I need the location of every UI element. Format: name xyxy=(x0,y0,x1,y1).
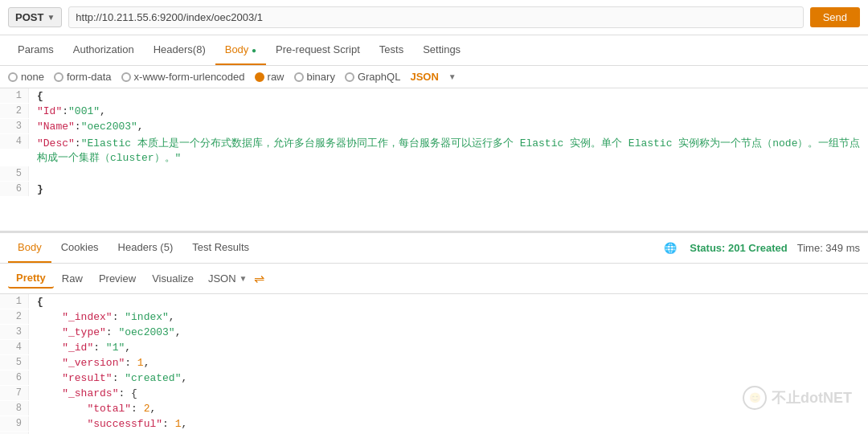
resp-linenum-2: 2 xyxy=(0,309,29,324)
resp-linecontent-2: "_index": "index", xyxy=(29,309,868,325)
resp-linecontent-7: "_shards": { xyxy=(29,386,868,401)
req-line-3: 3 "Name":"oec2003", xyxy=(0,119,868,134)
req-line-6: 6 } xyxy=(0,182,868,197)
method-select[interactable]: POST ▼ xyxy=(8,7,62,27)
tab-headers[interactable]: Headers(8) xyxy=(144,35,215,65)
tab-settings[interactable]: Settings xyxy=(413,35,470,65)
option-form-data[interactable]: form-data xyxy=(54,71,112,83)
radio-urlencoded-icon xyxy=(121,72,131,82)
time-text: Time: 349 ms xyxy=(797,242,860,254)
resp-linecontent-3: "_type": "oec2003", xyxy=(29,325,868,340)
radio-graphql-icon xyxy=(345,72,354,82)
req-line-5: 5 xyxy=(0,166,868,182)
req-linecontent-1: { xyxy=(29,88,868,104)
resp-linenum-5: 5 xyxy=(0,355,29,370)
resp-linecontent-5: "_version": 1, xyxy=(29,355,868,371)
option-graphql-label: GraphQL xyxy=(358,71,400,83)
req-linecontent-2: "Id":"001", xyxy=(29,104,868,119)
radio-form-data-icon xyxy=(54,72,63,82)
option-form-data-label: form-data xyxy=(67,71,112,83)
resp-headers-badge: (5) xyxy=(160,241,173,253)
option-graphql[interactable]: GraphQL xyxy=(345,71,400,83)
resp-line-9: 9 "successful": 1, xyxy=(0,416,868,432)
resp-linecontent-4: "_id": "1", xyxy=(29,340,868,355)
response-status-area: 🌐 Status: 201 Created Time: 349 ms xyxy=(664,242,860,254)
tab-authorization[interactable]: Authorization xyxy=(63,35,144,65)
req-linenum-2: 2 xyxy=(0,104,29,118)
resp-linenum-4: 4 xyxy=(0,340,29,354)
method-chevron-icon: ▼ xyxy=(47,13,55,22)
resp-tab-cookies[interactable]: Cookies xyxy=(51,233,108,263)
tab-headers-label: Headers xyxy=(154,43,193,55)
resp-line-5: 5 "_version": 1, xyxy=(0,355,868,371)
resp-line-7: 7 "_shards": { xyxy=(0,386,868,401)
method-label: POST xyxy=(15,11,43,23)
req-linecontent-3: "Name":"oec2003", xyxy=(29,119,868,134)
format-json-label[interactable]: JSON xyxy=(410,71,438,83)
globe-icon: 🌐 xyxy=(664,242,677,254)
response-options-bar: Pretty Raw Preview Visualize JSON ▼ ⇌ xyxy=(0,264,868,294)
resp-mode-raw[interactable]: Raw xyxy=(54,269,91,288)
radio-raw-icon xyxy=(255,72,264,82)
req-line-2: 2 "Id":"001", xyxy=(0,104,868,119)
tab-headers-badge: (8) xyxy=(193,43,206,55)
option-raw-label: raw xyxy=(268,71,285,83)
tab-body-label: Body xyxy=(225,43,249,55)
resp-linecontent-8: "total": 2, xyxy=(29,401,868,416)
tab-params[interactable]: Params xyxy=(8,35,63,65)
req-line-4: 4 "Desc":"Elastic 本质上是一个分布式数据库，允许多台服务器协同… xyxy=(0,134,868,166)
response-code-area: 1 { 2 "_index": "index", 3 "_type": "oec… xyxy=(0,294,868,434)
resp-linenum-7: 7 xyxy=(0,386,29,400)
resp-format-label: JSON xyxy=(208,272,236,285)
resp-tab-body[interactable]: Body xyxy=(8,233,51,263)
req-linenum-4: 4 xyxy=(0,134,29,149)
body-dot-icon: ● xyxy=(252,46,256,55)
resp-format-dropdown-icon: ▼ xyxy=(240,274,248,283)
top-tab-bar: Params Authorization Headers(8) Body ● P… xyxy=(0,35,868,66)
req-linenum-3: 3 xyxy=(0,119,29,133)
tab-tests[interactable]: Tests xyxy=(370,35,413,65)
option-urlencoded[interactable]: x-www-form-urlencoded xyxy=(121,71,245,83)
send-button[interactable]: Send xyxy=(810,7,860,27)
resp-linecontent-6: "result": "created", xyxy=(29,371,868,386)
req-linecontent-5 xyxy=(29,166,868,182)
req-linenum-1: 1 xyxy=(0,88,29,103)
response-tab-bar: Body Cookies Headers (5) Test Results 🌐 … xyxy=(0,233,868,264)
body-options-bar: none form-data x-www-form-urlencoded raw… xyxy=(0,66,868,88)
tab-body[interactable]: Body ● xyxy=(215,35,266,65)
resp-format-select[interactable]: JSON ▼ xyxy=(208,272,248,285)
resp-tab-test-results[interactable]: Test Results xyxy=(182,233,259,263)
option-none-label: none xyxy=(21,71,44,83)
url-bar: POST ▼ Send xyxy=(0,0,868,35)
resp-mode-preview[interactable]: Preview xyxy=(91,269,144,288)
resp-linecontent-1: { xyxy=(29,294,868,309)
resp-line-2: 2 "_index": "index", xyxy=(0,309,868,325)
req-linenum-5: 5 xyxy=(0,166,29,181)
option-none[interactable]: none xyxy=(8,71,44,83)
resp-line-3: 3 "_type": "oec2003", xyxy=(0,325,868,340)
resp-line-4: 4 "_id": "1", xyxy=(0,340,868,355)
option-binary-label: binary xyxy=(307,71,335,83)
wrap-icon[interactable]: ⇌ xyxy=(254,271,264,286)
option-binary[interactable]: binary xyxy=(294,71,335,83)
resp-tab-headers[interactable]: Headers (5) xyxy=(108,233,183,263)
resp-mode-visualize[interactable]: Visualize xyxy=(144,269,202,288)
resp-linenum-8: 8 xyxy=(0,401,29,416)
resp-line-1: 1 { xyxy=(0,294,868,309)
req-linecontent-6: } xyxy=(29,182,868,197)
tab-pre-request[interactable]: Pre-request Script xyxy=(266,35,370,65)
radio-none-icon xyxy=(8,72,18,82)
url-input[interactable] xyxy=(68,6,803,28)
resp-mode-pretty[interactable]: Pretty xyxy=(8,268,54,289)
option-raw[interactable]: raw xyxy=(255,71,285,83)
resp-line-6: 6 "result": "created", xyxy=(0,371,868,386)
format-dropdown-icon[interactable]: ▼ xyxy=(448,72,457,81)
radio-binary-icon xyxy=(294,72,304,82)
request-code-area: 1 { 2 "Id":"001", 3 "Name":"oec2003", 4 … xyxy=(0,88,868,233)
resp-linecontent-9: "successful": 1, xyxy=(29,416,868,432)
req-line-1: 1 { xyxy=(0,88,868,104)
resp-line-8: 8 "total": 2, xyxy=(0,401,868,416)
resp-linenum-1: 1 xyxy=(0,294,29,309)
option-urlencoded-label: x-www-form-urlencoded xyxy=(134,71,245,83)
resp-linenum-3: 3 xyxy=(0,325,29,339)
